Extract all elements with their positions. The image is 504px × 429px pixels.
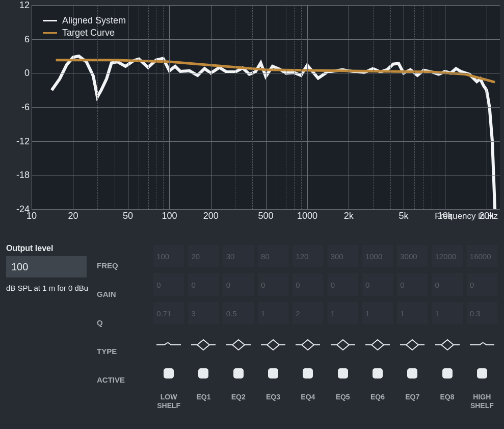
freq-input[interactable]: 12000 [432,245,463,267]
row-label-freq: FREQ [97,251,153,280]
type-selector[interactable] [469,331,495,359]
legend-entry-target: Target Curve [43,27,126,39]
output-level-input[interactable] [6,256,87,277]
q-input[interactable]: 0.3 [467,302,497,324]
freq-input[interactable]: 30 [223,245,254,267]
active-checkbox[interactable] [442,368,453,378]
eq-band-1: 2003EQ1 [188,245,219,429]
freq-input[interactable]: 3000 [397,245,428,267]
type-selector[interactable] [190,331,217,359]
gain-input[interactable]: 0 [467,273,497,296]
y-tick: 6 [0,34,30,44]
freq-input[interactable]: 16000 [467,245,497,267]
x-tick: 1000 [297,211,317,221]
gain-input[interactable]: 0 [432,273,463,296]
band-label: LOWSHELF [157,393,180,410]
legend-label: Aligned System [62,14,126,27]
bell-icon [190,338,217,351]
q-input[interactable]: 1 [258,302,288,324]
bell-icon [364,338,391,351]
freq-input[interactable]: 100 [153,245,184,267]
q-input[interactable]: 1 [362,302,393,324]
type-selector[interactable] [295,331,321,359]
band-label: EQ2 [231,393,246,410]
y-tick: -12 [0,136,30,146]
active-checkbox[interactable] [233,368,244,378]
eq-row-labels: FREQ GAIN Q TYPE ACTIVE [97,241,153,429]
band-label: HIGHSHELF [470,393,494,410]
q-input[interactable]: 3 [188,302,219,324]
active-checkbox[interactable] [407,368,417,378]
type-selector[interactable] [330,331,356,359]
bell-icon [399,338,426,351]
gain-input[interactable]: 0 [397,273,428,296]
series-aligned-system [52,56,495,209]
gain-input[interactable]: 0 [293,273,323,296]
type-selector[interactable] [364,331,391,359]
q-input[interactable]: 1 [328,302,358,324]
eq-band-9: 1600000.3HIGHSHELF [466,245,498,429]
active-checkbox[interactable] [338,368,348,378]
type-selector[interactable] [434,331,461,359]
row-label-type: TYPE [97,337,153,365]
active-checkbox[interactable] [477,368,487,378]
x-tick: 20k [479,211,494,221]
eq-band-4: 12002EQ4 [292,245,324,429]
high-shelf-icon [469,338,495,351]
eq-bands: 10000.71LOWSHELF2003EQ13000.5EQ28001EQ31… [153,241,498,429]
gain-input[interactable]: 0 [362,273,393,296]
eq-band-0: 10000.71LOWSHELF [153,245,184,429]
x-tick: 10k [438,211,453,221]
freq-input[interactable]: 1000 [362,245,393,267]
eq-band-3: 8001EQ3 [257,245,289,429]
row-label-gain: GAIN [97,280,153,308]
x-tick: 500 [258,211,273,221]
active-checkbox[interactable] [303,368,313,378]
freq-input[interactable]: 80 [258,245,288,267]
band-label: EQ4 [301,393,315,410]
output-level-section: Output level dB SPL at 1 m for 0 dBu [6,241,97,429]
active-checkbox[interactable] [198,368,208,378]
band-label: EQ6 [370,393,385,410]
output-level-label: Output level [6,244,97,253]
q-input[interactable]: 0.5 [223,302,254,324]
y-tick: -6 [0,102,30,113]
gain-input[interactable]: 0 [153,273,184,296]
type-selector[interactable] [225,331,252,359]
x-tick: 100 [162,211,177,221]
output-level-sublabel: dB SPL at 1 m for 0 dBu [6,284,97,292]
row-label-q: Q [97,308,153,337]
gain-input[interactable]: 0 [328,273,358,296]
type-selector[interactable] [155,331,182,359]
gain-input[interactable]: 0 [258,273,288,296]
active-checkbox[interactable] [373,368,383,378]
x-tick: 10 [26,211,37,221]
q-input[interactable]: 0.71 [153,302,184,324]
freq-input[interactable]: 300 [328,245,358,267]
q-input[interactable]: 2 [293,302,323,324]
freq-input[interactable]: 120 [293,245,323,267]
active-checkbox[interactable] [268,368,278,378]
eq-band-6: 100001EQ6 [362,245,393,429]
low-shelf-icon [155,338,182,351]
bell-icon [434,338,461,351]
q-input[interactable]: 1 [432,302,463,324]
band-label: EQ3 [266,393,280,410]
eq-band-7: 300001EQ7 [396,245,428,429]
bell-icon [260,338,286,351]
bell-icon [330,338,356,351]
x-tick: 50 [123,211,133,221]
band-label: EQ5 [336,393,350,410]
gain-input[interactable]: 0 [223,273,254,296]
type-selector[interactable] [260,331,286,359]
active-checkbox[interactable] [164,368,174,378]
eq-panel: Output level dB SPL at 1 m for 0 dBu FRE… [0,236,504,429]
row-label-active: ACTIVE [97,365,153,394]
freq-input[interactable]: 20 [188,245,219,267]
type-selector[interactable] [399,331,426,359]
bell-icon [225,338,252,351]
gain-input[interactable]: 0 [188,273,219,296]
bell-icon [295,338,321,351]
band-label: EQ7 [405,393,419,410]
q-input[interactable]: 1 [397,302,428,324]
